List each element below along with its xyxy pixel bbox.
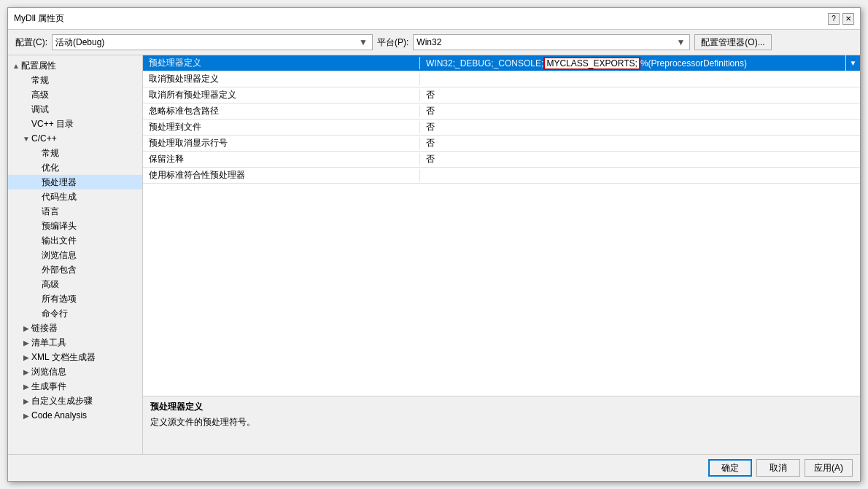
sidebar-item-19[interactable]: ▶清单工具 — [8, 335, 142, 350]
prop-value-6: 否 — [420, 153, 860, 165]
prop-dropdown-arrow-0[interactable]: ▼ — [845, 55, 860, 71]
prop-value-0: WIN32;_DEBUG;_CONSOLE;MYCLASS_EXPORTS;%(… — [420, 57, 845, 70]
config-value: 活动(Debug) — [55, 36, 104, 49]
sidebar-item-label-16: 所有选项 — [42, 293, 77, 305]
prop-name-5: 预处理取消显示行号 — [143, 137, 420, 149]
sidebar-item-label-19: 清单工具 — [31, 337, 66, 349]
cancel-button[interactable]: 取消 — [756, 459, 800, 477]
prop-row-3[interactable]: 忽略标准包含路径否 — [143, 103, 860, 120]
sidebar-item-8[interactable]: 预处理器 — [8, 175, 142, 189]
close-button[interactable]: ✕ — [842, 13, 854, 25]
sidebar: ▲配置属性常规高级调试VC++ 目录▼C/C++常规优化预处理器代码生成语言预编… — [8, 55, 143, 454]
tree-toggle-18: ▶ — [21, 324, 31, 332]
sidebar-item-1[interactable]: 常规 — [8, 73, 142, 87]
platform-dropdown-arrow: ▼ — [675, 37, 686, 47]
sidebar-item-label-17: 命令行 — [42, 308, 68, 320]
prop-name-2: 取消所有预处理器定义 — [143, 89, 420, 101]
sidebar-item-label-23: 自定义生成步骤 — [31, 395, 93, 407]
main-dialog: MyDll 属性页 ? ✕ 配置(C): 活动(Debug) ▼ 平台(P): … — [7, 7, 861, 482]
title-bar-buttons: ? ✕ — [828, 13, 854, 25]
sidebar-item-20[interactable]: ▶XML 文档生成器 — [8, 350, 142, 364]
tree-toggle-21: ▶ — [21, 368, 31, 376]
sidebar-item-label-2: 高级 — [31, 89, 49, 101]
prop-row-6[interactable]: 保留注释否 — [143, 152, 860, 168]
tree-toggle-0: ▲ — [11, 62, 21, 70]
sidebar-item-18[interactable]: ▶链接器 — [8, 321, 142, 335]
sidebar-item-6[interactable]: 常规 — [8, 146, 142, 160]
sidebar-item-16[interactable]: 所有选项 — [8, 292, 142, 306]
sidebar-item-7[interactable]: 优化 — [8, 160, 142, 175]
prop-row-7[interactable]: 使用标准符合性预处理器 — [143, 168, 860, 184]
prop-value-highlight-0: MYCLASS_EXPORTS; — [543, 57, 640, 70]
ok-button[interactable]: 确定 — [708, 459, 752, 477]
prop-name-4: 预处理到文件 — [143, 121, 420, 133]
prop-value-after-0: %(PreprocessorDefinitions) — [640, 58, 747, 69]
prop-value-3: 否 — [420, 105, 860, 117]
sidebar-item-24[interactable]: ▶Code Analysis — [8, 408, 142, 423]
sidebar-item-9[interactable]: 代码生成 — [8, 189, 142, 204]
sidebar-item-label-0: 配置属性 — [21, 60, 56, 72]
sidebar-item-5[interactable]: ▼C/C++ — [8, 131, 142, 146]
config-dropdown[interactable]: 活动(Debug) ▼ — [52, 34, 373, 50]
property-table: 预处理器定义WIN32;_DEBUG;_CONSOLE;MYCLASS_EXPO… — [143, 55, 860, 396]
tree-toggle-23: ▶ — [21, 397, 31, 405]
sidebar-item-label-24: Code Analysis — [31, 410, 87, 420]
sidebar-item-15[interactable]: 高级 — [8, 277, 142, 292]
prop-row-5[interactable]: 预处理取消显示行号否 — [143, 136, 860, 152]
sidebar-item-label-9: 代码生成 — [42, 191, 77, 203]
help-button[interactable]: ? — [828, 13, 840, 25]
sidebar-item-4[interactable]: VC++ 目录 — [8, 117, 142, 131]
sidebar-item-label-7: 优化 — [42, 162, 59, 174]
sidebar-item-22[interactable]: ▶生成事件 — [8, 379, 142, 394]
description-panel: 预处理器定义 定义源文件的预处理符号。 — [143, 396, 860, 454]
sidebar-item-label-12: 输出文件 — [42, 235, 77, 247]
sidebar-item-label-20: XML 文档生成器 — [31, 351, 96, 364]
sidebar-item-12[interactable]: 输出文件 — [8, 233, 142, 248]
sidebar-item-3[interactable]: 调试 — [8, 102, 142, 117]
apply-button[interactable]: 应用(A) — [805, 459, 853, 477]
sidebar-item-0[interactable]: ▲配置属性 — [8, 58, 142, 73]
platform-value: Win32 — [416, 37, 441, 47]
sidebar-item-label-10: 语言 — [42, 206, 59, 218]
prop-row-4[interactable]: 预处理到文件否 — [143, 120, 860, 136]
prop-name-7: 使用标准符合性预处理器 — [143, 169, 420, 181]
sidebar-item-14[interactable]: 外部包含 — [8, 262, 142, 277]
sidebar-item-13[interactable]: 浏览信息 — [8, 248, 142, 262]
sidebar-item-label-21: 浏览信息 — [31, 366, 66, 378]
sidebar-item-label-22: 生成事件 — [31, 380, 66, 393]
config-dropdown-arrow: ▼ — [357, 37, 369, 47]
prop-value-before-0: WIN32;_DEBUG;_CONSOLE; — [426, 58, 543, 69]
sidebar-item-label-4: VC++ 目录 — [31, 118, 74, 130]
sidebar-item-23[interactable]: ▶自定义生成步骤 — [8, 394, 142, 408]
prop-name-0: 预处理器定义 — [143, 57, 420, 69]
config-label: 配置(C): — [15, 36, 47, 49]
sidebar-item-21[interactable]: ▶浏览信息 — [8, 364, 142, 379]
prop-value-5: 否 — [420, 137, 860, 149]
platform-dropdown[interactable]: Win32 ▼ — [413, 34, 690, 50]
sidebar-item-label-15: 高级 — [42, 278, 59, 291]
description-title: 预处理器定义 — [150, 401, 853, 413]
sidebar-item-label-11: 预编译头 — [42, 220, 77, 232]
content-area: 预处理器定义WIN32;_DEBUG;_CONSOLE;MYCLASS_EXPO… — [143, 55, 860, 454]
prop-row-2[interactable]: 取消所有预处理器定义否 — [143, 87, 860, 103]
platform-label: 平台(P): — [377, 36, 408, 49]
sidebar-item-2[interactable]: 高级 — [8, 87, 142, 102]
tree-toggle-20: ▶ — [21, 353, 31, 361]
sidebar-item-17[interactable]: 命令行 — [8, 306, 142, 321]
prop-row-1[interactable]: 取消预处理器定义 — [143, 71, 860, 87]
sidebar-item-label-1: 常规 — [31, 74, 49, 87]
prop-row-0[interactable]: 预处理器定义WIN32;_DEBUG;_CONSOLE;MYCLASS_EXPO… — [143, 55, 860, 71]
sidebar-item-label-8: 预处理器 — [42, 176, 77, 189]
tree-toggle-24: ▶ — [21, 412, 31, 420]
sidebar-item-label-13: 浏览信息 — [42, 249, 77, 262]
tree-toggle-22: ▶ — [21, 383, 31, 391]
config-manager-button[interactable]: 配置管理器(O)... — [694, 34, 771, 50]
prop-name-3: 忽略标准包含路径 — [143, 105, 420, 117]
sidebar-item-10[interactable]: 语言 — [8, 204, 142, 219]
description-text: 定义源文件的预处理符号。 — [150, 416, 853, 429]
sidebar-item-11[interactable]: 预编译头 — [8, 219, 142, 233]
dialog-title: MyDll 属性页 — [14, 12, 64, 25]
sidebar-item-label-14: 外部包含 — [42, 264, 77, 276]
tree-toggle-5: ▼ — [21, 135, 31, 143]
main-area: ▲配置属性常规高级调试VC++ 目录▼C/C++常规优化预处理器代码生成语言预编… — [8, 55, 860, 454]
